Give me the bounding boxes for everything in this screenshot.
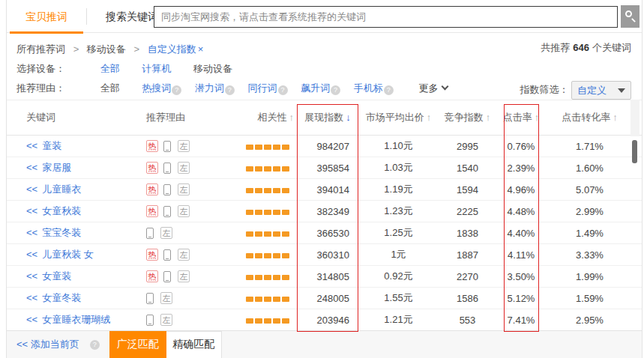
header-relevance[interactable]: 相关性↑ [225, 111, 297, 124]
relevance-bars [244, 231, 289, 237]
header-cvr[interactable]: 点击转化率↑ [546, 111, 634, 124]
search-input[interactable] [154, 6, 618, 28]
keyword-cell: <<家居服 [7, 161, 139, 175]
keyword-link[interactable]: 家居服 [42, 162, 71, 173]
left-badge: 左 [160, 314, 172, 326]
impressions-cell: 394014 [297, 184, 358, 195]
keyword-link[interactable]: 女童秋装 [42, 205, 81, 216]
breadcrumb-custom-index[interactable]: 自定义指数 [148, 43, 196, 55]
dropdown-caret-icon [618, 88, 625, 93]
add-keyword-icon[interactable]: << [26, 249, 37, 260]
keyword-link[interactable]: 童装 [42, 140, 61, 151]
add-keyword-icon[interactable]: << [26, 227, 37, 238]
relevance-cell [225, 184, 297, 195]
reason-option-all[interactable]: 全部 [100, 82, 120, 94]
ctr-cell: 0.76% [496, 141, 546, 152]
help-icon[interactable] [90, 340, 100, 350]
competition-cell: 1540 [439, 163, 496, 174]
add-keyword-icon[interactable]: << [26, 205, 37, 216]
index-filter-dropdown[interactable]: 自定义 [571, 81, 631, 100]
keyword-cell: <<女童装 [7, 270, 139, 283]
add-keyword-icon[interactable]: << [26, 162, 37, 173]
impressions-cell: 395854 [297, 163, 358, 174]
add-keyword-icon[interactable]: << [26, 314, 37, 325]
keyword-tool-panel: 宝贝推词 搜索关键词 所有推荐词 > 移动设备 > 自定义指数× [0, 0, 644, 358]
keyword-link[interactable]: 女童装 [42, 270, 71, 282]
reason-option-mobile-tag[interactable]: 手机标 [354, 82, 383, 94]
avg-price-cell: 1.25元 [358, 226, 439, 240]
add-keyword-icon[interactable]: << [26, 183, 37, 195]
table-row: <<儿童秋装 女 热左 360310 1元 1887 4.11% 3.33% [7, 244, 642, 266]
sort-up-icon: ↑ [613, 112, 618, 123]
more-button[interactable]: 更多 [418, 82, 448, 94]
help-icon[interactable] [384, 85, 394, 95]
competition-cell: 1887 [439, 249, 496, 261]
keyword-link[interactable]: 宝宝冬装 [42, 227, 81, 238]
device-option-all[interactable]: 全部 [100, 63, 120, 74]
breadcrumb-separator: > [73, 43, 79, 55]
add-keyword-icon[interactable]: << [26, 140, 37, 151]
left-badge: 左 [178, 249, 190, 261]
device-filter-label: 选择设备： [16, 59, 97, 79]
help-icon[interactable] [278, 85, 288, 95]
reason-cell: 热左 [139, 140, 225, 153]
keyword-link[interactable]: 儿童睡衣 [42, 183, 81, 195]
competition-cell: 553 [439, 315, 496, 326]
breadcrumb-separator: > [133, 43, 139, 55]
relevance-bars [244, 166, 289, 172]
table-body: <<童装 热左 984207 1.10元 2995 0.76% 1.71% [7, 136, 642, 331]
keyword-link[interactable]: 女童睡衣珊瑚绒 [42, 314, 110, 325]
table-row: <<女童睡衣珊瑚绒 左 203946 1.21元 553 7.41% 2.95% [7, 309, 642, 331]
header-impressions[interactable]: 展现指数↓ [297, 111, 358, 124]
reason-cell: 热左 [139, 270, 225, 283]
left-badge: 左 [160, 227, 172, 239]
keyword-link[interactable]: 女童冬装 [42, 292, 81, 303]
sort-up-icon: ↑ [427, 112, 432, 123]
impressions-cell: 366530 [297, 228, 358, 239]
reason-cell: 热左 [139, 183, 225, 196]
avg-price-cell: 1.19元 [358, 183, 439, 196]
keyword-cell: <<儿童秋装 女 [7, 248, 139, 261]
left-badge: 左 [178, 162, 190, 174]
add-keyword-icon[interactable]: << [26, 270, 37, 282]
scrollbar-thumb[interactable] [632, 140, 637, 163]
reason-option-potential[interactable]: 潜力词 [195, 82, 224, 94]
impressions-cell: 360310 [297, 249, 358, 261]
header-ctr[interactable]: 点击率↑ [496, 111, 546, 124]
impressions-cell: 248005 [297, 293, 358, 304]
relevance-cell [225, 141, 297, 152]
index-filter: 指数筛选： 自定义 [520, 80, 631, 100]
device-option-mobile[interactable]: 移动设备 [193, 63, 232, 74]
header-reason[interactable]: 推荐理由 [139, 111, 225, 124]
competition-cell: 1594 [439, 184, 496, 195]
avg-price-cell: 0.92元 [358, 270, 439, 283]
search-button[interactable] [621, 5, 640, 28]
help-icon[interactable] [225, 85, 235, 95]
reason-option-rising[interactable]: 飙升词 [301, 82, 330, 94]
tab-product-keywords[interactable]: 宝贝推词 [7, 0, 86, 33]
header-competition[interactable]: 竞争指数↑ [439, 111, 496, 124]
add-current-page-link[interactable]: << 添加当前页 [16, 338, 79, 351]
reason-option-hot[interactable]: 热搜词 [142, 82, 171, 94]
add-keyword-icon[interactable]: << [26, 292, 37, 303]
reason-cell: 热左 [139, 249, 225, 261]
header-avg-price[interactable]: 市场平均出价↑ [358, 111, 439, 124]
broad-match-button[interactable]: 广泛匹配 [109, 331, 166, 358]
help-icon[interactable] [172, 85, 181, 95]
reason-cell: 热左 [139, 205, 225, 218]
header-keyword[interactable]: 关键词 [7, 111, 139, 124]
tab-search-keywords-label: 搜索关键词 [106, 10, 158, 22]
device-option-pc[interactable]: 计算机 [142, 63, 171, 74]
breadcrumb-all-words[interactable]: 所有推荐词 [16, 43, 65, 55]
competition-cell: 1838 [439, 228, 496, 239]
help-icon[interactable] [331, 85, 340, 95]
remove-filter-icon[interactable]: × [198, 43, 204, 55]
exact-match-button[interactable]: 精确匹配 [166, 331, 222, 358]
breadcrumb-mobile[interactable]: 移动设备 [87, 43, 126, 55]
relevance-cell [225, 228, 297, 239]
keyword-link[interactable]: 儿童秋装 女 [42, 249, 94, 260]
reason-cell: 左 [139, 292, 225, 305]
keyword-cell: <<女童睡衣珊瑚绒 [7, 313, 139, 327]
sort-up-icon: ↑ [486, 112, 491, 123]
reason-option-peer[interactable]: 同行词 [248, 82, 277, 94]
